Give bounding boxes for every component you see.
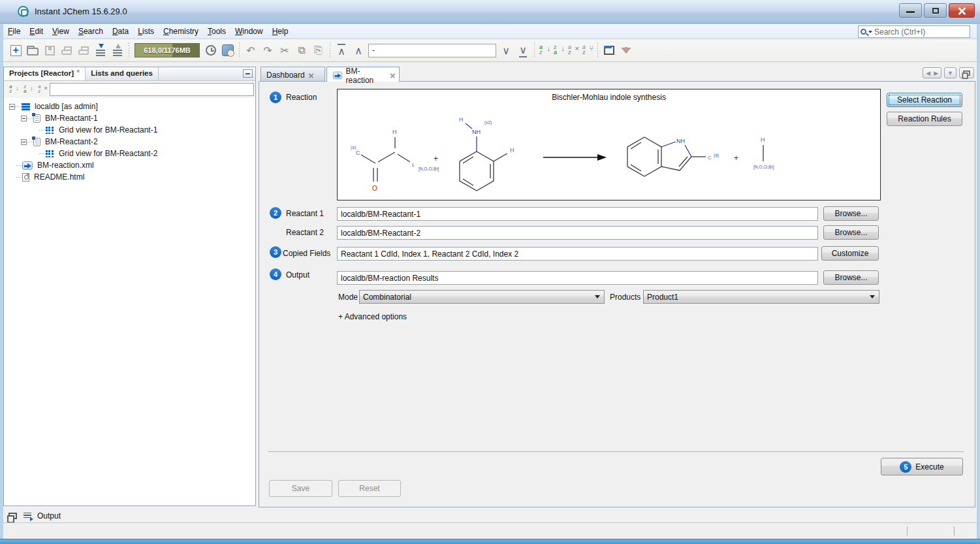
select-reaction-button[interactable]: Select Reaction <box>887 93 962 107</box>
reaction-scheme-panel[interactable]: Bischler-Mohlau indole synthesis (a) <box>337 89 881 200</box>
export-button[interactable] <box>109 42 126 59</box>
sort-ascending-button[interactable]: az↓ <box>537 43 552 57</box>
menu-window[interactable]: Window <box>230 25 268 38</box>
print-preview-button[interactable] <box>75 42 92 59</box>
window-title: Instant JChem 15.6.29.0 <box>35 7 127 16</box>
redo-button[interactable]: ↷ <box>259 42 276 59</box>
save-button[interactable]: Save <box>269 480 332 497</box>
new-button[interactable] <box>7 42 24 59</box>
minimize-button[interactable] <box>899 3 922 18</box>
new-window-button[interactable] <box>601 42 618 59</box>
sort-descending-button[interactable]: za↓ <box>552 43 566 57</box>
cut-button[interactable]: ✂ <box>276 42 293 59</box>
open-button[interactable] <box>24 42 41 59</box>
mode-value: Combinatorial <box>363 293 411 302</box>
output-list-icon[interactable] <box>24 513 31 519</box>
menu-tools[interactable]: Tools <box>203 25 230 38</box>
collapse-handle-icon[interactable] <box>9 104 15 110</box>
tree-item-label: localdb [as admin] <box>35 102 98 111</box>
window-border-bottom <box>0 539 980 544</box>
print-preview-icon <box>78 50 89 55</box>
tab-close-icon[interactable] <box>308 72 313 78</box>
output-browse-button[interactable]: Browse... <box>823 270 879 285</box>
garbage-collect-button[interactable] <box>202 42 219 59</box>
search-input[interactable] <box>874 27 970 37</box>
import-button[interactable] <box>92 42 109 59</box>
copy-button[interactable]: ⧉ <box>293 42 310 59</box>
tree-item-bm-reaction-xml[interactable]: BM-reaction.xml <box>4 159 255 171</box>
reset-button[interactable]: Reset <box>338 480 401 497</box>
save-button[interactable] <box>41 42 58 59</box>
memory-indicator[interactable]: 618,0/1176MB <box>134 43 200 57</box>
maximize-button[interactable] <box>924 3 947 18</box>
menu-view[interactable]: View <box>48 25 74 38</box>
filter-button[interactable] <box>618 42 635 59</box>
tab-close-icon[interactable]: × <box>76 68 80 80</box>
close-button[interactable] <box>949 3 975 18</box>
mode-combo[interactable]: Combinatorial <box>359 290 605 304</box>
menu-help[interactable]: Help <box>268 25 293 38</box>
tab-projects[interactable]: Projects [Reactor] × <box>4 67 86 80</box>
output-window-label[interactable]: Output <box>37 511 61 520</box>
tab-list-button[interactable]: ▼ <box>944 67 956 78</box>
tree-item-bm-reactant-2[interactable]: BM-Reactant-2 <box>4 136 255 148</box>
search-dropdown-icon[interactable] <box>868 31 872 33</box>
reactant-1-browse-button[interactable]: Browse... <box>823 206 879 221</box>
tree-item-bm-reactant-1[interactable]: BM-Reactant-1 <box>4 112 255 124</box>
menu-search[interactable]: Search <box>74 25 108 38</box>
menu-lists[interactable]: Lists <box>133 25 159 38</box>
panel-minimize-button[interactable] <box>243 69 253 78</box>
sort-options-button[interactable]: az⑂ <box>580 43 595 57</box>
title-bar[interactable]: Instant JChem 15.6.29.0 <box>0 0 980 24</box>
collapse-handle-icon[interactable] <box>21 116 27 121</box>
row-selector-combo[interactable]: - <box>368 44 496 57</box>
tab-close-icon[interactable] <box>390 73 395 78</box>
tab-lists-and-queries[interactable]: Lists and queries <box>86 67 159 80</box>
tree-item-grid-view-1[interactable]: Grid view for BM-Reactant-1 <box>4 124 255 136</box>
tree-item-localdb[interactable]: localdb [as admin] <box>4 101 255 112</box>
tab-bm-reaction[interactable]: BM-reaction <box>326 67 400 82</box>
menu-file[interactable]: File <box>3 25 25 38</box>
tab-scroll-buttons[interactable]: ◀▶ <box>923 67 941 78</box>
gc-clock-icon <box>206 45 216 56</box>
open-folder-icon <box>27 48 39 56</box>
menu-edit[interactable]: Edit <box>25 25 48 38</box>
customize-button[interactable]: Customize <box>821 246 879 261</box>
print-button[interactable] <box>58 42 75 59</box>
step-2-badge: 2 <box>270 207 281 219</box>
reaction-rules-button[interactable]: Reaction Rules <box>887 112 962 126</box>
previous-row-button[interactable]: ∧ <box>350 42 367 59</box>
paste-button[interactable]: ⎘ <box>310 42 327 59</box>
toolbar-separator <box>534 42 535 58</box>
execute-button[interactable]: 5 Execute <box>881 458 963 475</box>
products-combo[interactable]: Product1 <box>643 290 879 304</box>
copied-fields-field[interactable] <box>337 247 818 261</box>
tab-dashboard[interactable]: Dashboard <box>261 67 325 81</box>
collapse-handle-icon[interactable] <box>21 139 27 145</box>
reactant-2-field[interactable] <box>337 226 818 240</box>
global-search-box[interactable] <box>858 25 970 38</box>
maximize-view-button[interactable] <box>959 67 974 78</box>
reactant-2-browse-button[interactable]: Browse... <box>823 225 879 240</box>
restore-windows-icon[interactable] <box>8 513 17 519</box>
undo-button[interactable]: ↶ <box>242 42 259 59</box>
clear-sort-button[interactable]: az× <box>566 43 580 57</box>
menu-data[interactable]: Data <box>108 25 133 38</box>
schema-editor-button[interactable] <box>219 42 236 59</box>
last-row-button[interactable]: ∨ <box>514 42 531 59</box>
svg-text:C: C <box>708 155 712 161</box>
tree-item-grid-view-2[interactable]: Grid view for BM-Reactant-2 <box>4 148 255 159</box>
menu-chemistry[interactable]: Chemistry <box>159 25 203 38</box>
status-bar <box>3 522 977 539</box>
tree-sort-descending-button[interactable]: za↓ <box>22 84 35 96</box>
reactant-1-field[interactable] <box>337 207 818 221</box>
next-row-button[interactable]: ∨ <box>498 42 514 59</box>
svg-text:H: H <box>392 129 397 135</box>
output-field[interactable] <box>337 271 818 285</box>
tree-filter-input[interactable] <box>50 83 254 96</box>
tree-clear-sort-button[interactable]: az× <box>37 84 49 96</box>
advanced-options-link[interactable]: + Advanced options <box>338 312 407 321</box>
tree-sort-ascending-button[interactable]: az↓ <box>8 84 20 96</box>
first-row-button[interactable]: ∧ <box>333 42 350 59</box>
tree-item-readme-html[interactable]: README.html <box>4 171 255 183</box>
